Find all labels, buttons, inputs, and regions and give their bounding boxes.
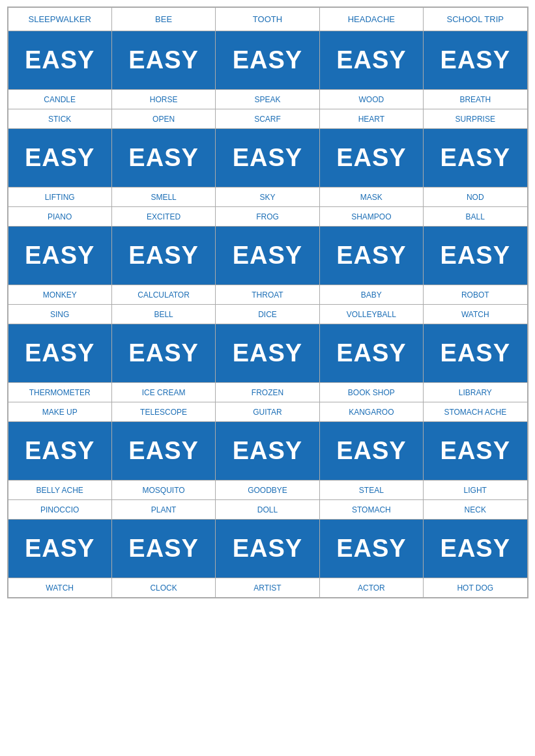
easy-row-6: EASYEASYEASYEASYEASY	[8, 227, 527, 285]
cell-r2-c1: OPEN	[111, 109, 215, 129]
cell-r12-c4: EASY	[424, 422, 527, 481]
cell-r0-c1: EASY	[111, 31, 215, 90]
cell-r7-c4: ROBOT	[424, 285, 527, 305]
cell-r6-c2: EASY	[216, 227, 319, 285]
cell-r10-c0: THERMOMETER	[8, 383, 111, 402]
cell-r16-c1: CLOCK	[111, 578, 215, 598]
cell-r13-c1: MOSQUITO	[111, 481, 215, 500]
word-row-7: MONKEYCALCULATORTHROATBABYROBOT	[8, 285, 527, 305]
cell-r10-c1: ICE CREAM	[111, 383, 215, 402]
cell-r10-c2: FROZEN	[216, 383, 319, 402]
cell-r3-c0: EASY	[8, 129, 111, 188]
cell-r0-c3: EASY	[319, 31, 423, 90]
cell-r9-c1: EASY	[111, 324, 215, 383]
cell-r6-c4: EASY	[424, 227, 527, 285]
easy-row-15: EASYEASYEASYEASYEASY	[8, 520, 527, 578]
cell-r12-c0: EASY	[8, 422, 111, 481]
cell-r7-c2: THROAT	[216, 285, 319, 305]
cell-r0-c0: EASY	[8, 31, 111, 90]
header-cell-4: SCHOOL TRIP	[424, 8, 527, 31]
cell-r0-c4: EASY	[424, 31, 527, 90]
cell-r6-c3: EASY	[319, 227, 423, 285]
word-row-16: WATCHCLOCKARTISTACTORHOT DOG	[8, 578, 527, 598]
cell-r6-c1: EASY	[111, 227, 215, 285]
cell-r1-c1: HORSE	[111, 90, 215, 109]
main-grid: SLEEPWALKERBEETOOTHHEADACHESCHOOL TRIPEA…	[7, 7, 528, 598]
cell-r15-c3: EASY	[319, 520, 423, 578]
header-cell-1: BEE	[111, 8, 215, 31]
word-row-4: LIFTINGSMELLSKYMASKNOD	[8, 188, 527, 207]
cell-r8-c0: SING	[8, 305, 111, 324]
word-row-13: BELLY ACHEMOSQUITOGOODBYESTEALLIGHT	[8, 481, 527, 500]
cell-r1-c2: SPEAK	[216, 90, 319, 109]
cell-r4-c0: LIFTING	[8, 188, 111, 207]
word-row-14: PINOCCIOPLANTDOLLSTOMACHNECK	[8, 500, 527, 520]
word-row-1: CANDLEHORSESPEAKWOODBREATH	[8, 90, 527, 109]
cell-r12-c3: EASY	[319, 422, 423, 481]
cell-r2-c2: SCARF	[216, 109, 319, 129]
word-row-11: MAKE UPTELESCOPEGUITARKANGAROOSTOMACH AC…	[8, 402, 527, 422]
cell-r1-c4: BREATH	[424, 90, 527, 109]
cell-r4-c1: SMELL	[111, 188, 215, 207]
cell-r15-c0: EASY	[8, 520, 111, 578]
easy-row-3: EASYEASYEASYEASYEASY	[8, 129, 527, 188]
cell-r0-c2: EASY	[216, 31, 319, 90]
header-cell-2: TOOTH	[216, 8, 319, 31]
easy-row-12: EASYEASYEASYEASYEASY	[8, 422, 527, 481]
cell-r2-c4: SURPRISE	[424, 109, 527, 129]
cell-r14-c3: STOMACH	[319, 500, 423, 520]
cell-r8-c1: BELL	[111, 305, 215, 324]
cell-r2-c3: HEART	[319, 109, 423, 129]
cell-r7-c1: CALCULATOR	[111, 285, 215, 305]
cell-r15-c1: EASY	[111, 520, 215, 578]
cell-r5-c1: EXCITED	[111, 207, 215, 227]
cell-r3-c4: EASY	[424, 129, 527, 188]
cell-r3-c2: EASY	[216, 129, 319, 188]
cell-r16-c3: ACTOR	[319, 578, 423, 598]
cell-r15-c4: EASY	[424, 520, 527, 578]
cell-r12-c2: EASY	[216, 422, 319, 481]
cell-r5-c0: PIANO	[8, 207, 111, 227]
header-cell-3: HEADACHE	[319, 8, 423, 31]
cell-r16-c2: ARTIST	[216, 578, 319, 598]
cell-r13-c3: STEAL	[319, 481, 423, 500]
cell-r8-c2: DICE	[216, 305, 319, 324]
cell-r9-c4: EASY	[424, 324, 527, 383]
header-cell-0: SLEEPWALKER	[8, 8, 111, 31]
cell-r14-c4: NECK	[424, 500, 527, 520]
cell-r15-c2: EASY	[216, 520, 319, 578]
cell-r10-c4: LIBRARY	[424, 383, 527, 402]
cell-r9-c0: EASY	[8, 324, 111, 383]
cell-r1-c0: CANDLE	[8, 90, 111, 109]
word-row-5: PIANOEXCITEDFROGSHAMPOOBALL	[8, 207, 527, 227]
cell-r16-c0: WATCH	[8, 578, 111, 598]
cell-r14-c1: PLANT	[111, 500, 215, 520]
cell-r6-c0: EASY	[8, 227, 111, 285]
word-row-2: STICKOPENSCARFHEARTSURPRISE	[8, 109, 527, 129]
cell-r7-c0: MONKEY	[8, 285, 111, 305]
cell-r11-c4: STOMACH ACHE	[424, 402, 527, 422]
cell-r11-c1: TELESCOPE	[111, 402, 215, 422]
cell-r14-c2: DOLL	[216, 500, 319, 520]
cell-r10-c3: BOOK SHOP	[319, 383, 423, 402]
cell-r5-c2: FROG	[216, 207, 319, 227]
cell-r7-c3: BABY	[319, 285, 423, 305]
cell-r11-c3: KANGAROO	[319, 402, 423, 422]
cell-r9-c3: EASY	[319, 324, 423, 383]
cell-r5-c3: SHAMPOO	[319, 207, 423, 227]
cell-r4-c4: NOD	[424, 188, 527, 207]
cell-r13-c4: LIGHT	[424, 481, 527, 500]
cell-r12-c1: EASY	[111, 422, 215, 481]
cell-r8-c4: WATCH	[424, 305, 527, 324]
cell-r11-c2: GUITAR	[216, 402, 319, 422]
cell-r4-c3: MASK	[319, 188, 423, 207]
cell-r11-c0: MAKE UP	[8, 402, 111, 422]
cell-r2-c0: STICK	[8, 109, 111, 129]
cell-r8-c3: VOLLEYBALL	[319, 305, 423, 324]
cell-r4-c2: SKY	[216, 188, 319, 207]
cell-r3-c3: EASY	[319, 129, 423, 188]
cell-r13-c0: BELLY ACHE	[8, 481, 111, 500]
cell-r9-c2: EASY	[216, 324, 319, 383]
cell-r14-c0: PINOCCIO	[8, 500, 111, 520]
word-row-8: SINGBELLDICEVOLLEYBALLWATCH	[8, 305, 527, 324]
